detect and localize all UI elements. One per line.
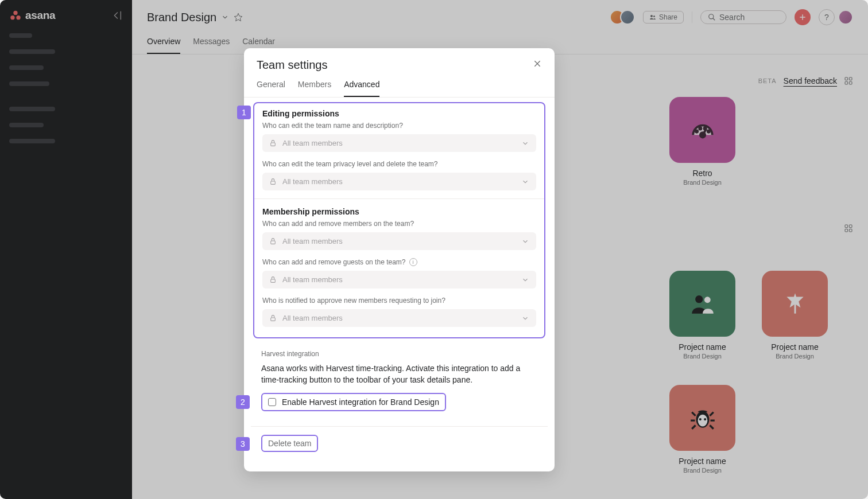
svg-rect-27 <box>271 181 276 184</box>
svg-rect-30 <box>271 318 276 321</box>
membership-q1-label: Who can add and remove members on the te… <box>262 220 536 228</box>
lock-icon <box>269 139 277 147</box>
permissions-section: 1 Editing permissions Who can edit the t… <box>253 102 545 338</box>
lock-icon <box>269 178 277 185</box>
harvest-description: Asana works with Harvest time-tracking. … <box>261 362 537 386</box>
editing-permissions-heading: Editing permissions <box>262 109 536 118</box>
chevron-down-icon <box>521 139 529 147</box>
svg-rect-28 <box>271 241 276 244</box>
chevron-down-icon <box>521 178 529 186</box>
membership-permissions-heading: Membership permissions <box>262 207 536 216</box>
close-button[interactable] <box>533 59 542 71</box>
modal-tab-general[interactable]: General <box>257 80 285 97</box>
editing-q2-select[interactable]: All team members <box>262 173 536 190</box>
membership-q3-label: Who is notified to approve new members r… <box>262 297 536 305</box>
membership-q1-select[interactable]: All team members <box>262 232 536 250</box>
membership-q3-select[interactable]: All team members <box>262 309 536 327</box>
lock-icon <box>269 237 277 245</box>
modal-tab-members[interactable]: Members <box>298 80 331 97</box>
modal-tab-advanced[interactable]: Advanced <box>344 80 379 97</box>
editing-q1-select[interactable]: All team members <box>262 134 536 152</box>
svg-rect-29 <box>271 279 276 282</box>
annotation-1: 1 <box>237 106 251 119</box>
chevron-down-icon <box>521 237 529 245</box>
close-icon <box>533 59 542 68</box>
svg-rect-26 <box>271 143 276 146</box>
annotation-3: 3 <box>236 437 250 451</box>
lock-icon <box>269 314 277 322</box>
membership-q2-select[interactable]: All team members <box>262 271 536 289</box>
harvest-checkbox-label: Enable Harvest integration for Brand Des… <box>282 397 439 407</box>
harvest-heading: Harvest integration <box>261 350 537 358</box>
membership-q2-label: Who can add and remove guests on the tea… <box>262 258 536 266</box>
annotation-2: 2 <box>236 395 250 409</box>
lock-icon <box>269 276 277 283</box>
chevron-down-icon <box>521 276 529 284</box>
delete-team-button[interactable]: 3 Delete team <box>261 435 318 452</box>
chevron-down-icon <box>521 314 529 322</box>
editing-q2-label: Who can edit the team privacy level and … <box>262 160 536 168</box>
editing-q1-label: Who can edit the team name and descripti… <box>262 122 536 130</box>
harvest-checkbox-row[interactable]: 2 Enable Harvest integration for Brand D… <box>261 393 446 411</box>
team-settings-modal: Team settings General Members Advanced 1… <box>244 48 555 471</box>
modal-title: Team settings <box>257 59 327 72</box>
info-icon[interactable]: i <box>409 258 417 266</box>
checkbox-icon[interactable] <box>268 398 276 406</box>
